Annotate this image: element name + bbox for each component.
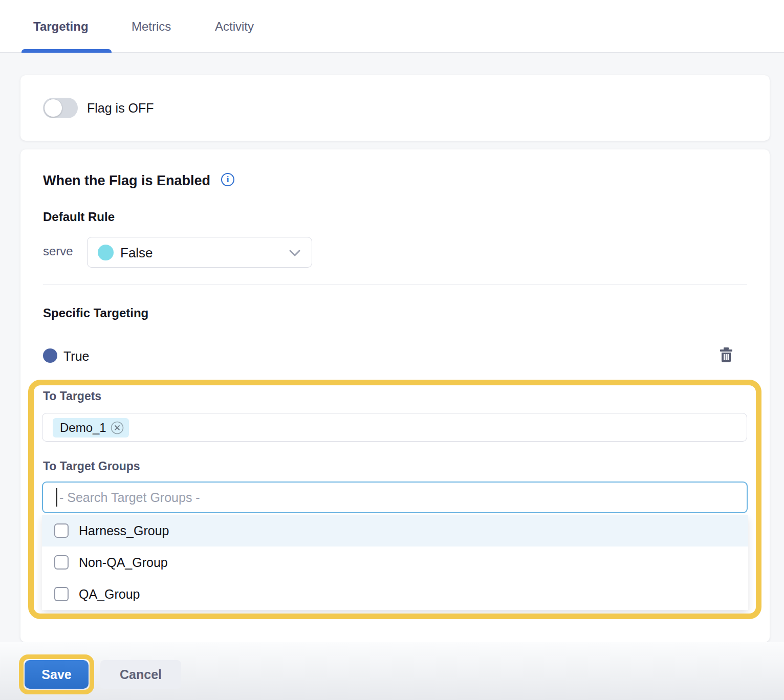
flag-toggle-knob bbox=[44, 99, 62, 117]
target-groups-search-input[interactable]: - Search Target Groups - bbox=[42, 482, 748, 513]
group-option-label: QA_Group bbox=[79, 587, 140, 602]
to-targets-label: To Targets bbox=[43, 389, 101, 403]
flag-status-label: Flag is OFF bbox=[87, 101, 154, 116]
target-chip-label: Demo_1 bbox=[60, 421, 106, 435]
group-option-qa-group[interactable]: QA_Group bbox=[42, 578, 748, 610]
enabled-section-title: When the Flag is Enabled bbox=[43, 173, 210, 189]
to-target-groups-label: To Target Groups bbox=[43, 460, 140, 473]
section-divider bbox=[43, 285, 747, 285]
search-placeholder: - Search Target Groups - bbox=[59, 490, 200, 505]
active-tab-indicator bbox=[21, 49, 112, 53]
tab-targeting[interactable]: Targeting bbox=[33, 19, 89, 34]
checkbox-icon[interactable] bbox=[54, 555, 69, 570]
tab-activity[interactable]: Activity bbox=[215, 19, 254, 34]
tab-bar: Targeting Metrics Activity bbox=[0, 0, 784, 53]
remove-target-icon[interactable] bbox=[111, 421, 124, 434]
group-option-label: Harness_Group bbox=[79, 523, 169, 538]
checkbox-icon[interactable] bbox=[54, 523, 69, 538]
group-option-label: Non-QA_Group bbox=[79, 555, 168, 570]
save-button[interactable]: Save bbox=[25, 660, 89, 689]
flag-status-card: Flag is OFF bbox=[20, 75, 770, 141]
true-variation-dot bbox=[43, 348, 57, 363]
default-rule-variation-select[interactable]: False bbox=[87, 237, 312, 268]
specific-targeting-variation: True bbox=[63, 349, 89, 364]
checkbox-icon[interactable] bbox=[54, 587, 69, 601]
targeting-rules-card: When the Flag is Enabled i Default Rule … bbox=[20, 149, 770, 642]
target-chip: Demo_1 bbox=[53, 418, 129, 438]
specific-targeting-heading: Specific Targeting bbox=[43, 306, 148, 320]
group-option-harness-group[interactable]: Harness_Group bbox=[42, 515, 748, 546]
feature-flag-targeting-page: Targeting Metrics Activity Flag is OFF W… bbox=[0, 0, 784, 700]
target-groups-dropdown: Harness_Group Non-QA_Group QA_Group bbox=[42, 515, 748, 610]
info-icon[interactable]: i bbox=[221, 173, 234, 186]
group-option-non-qa-group[interactable]: Non-QA_Group bbox=[42, 546, 748, 578]
cancel-button[interactable]: Cancel bbox=[100, 660, 181, 689]
text-cursor bbox=[56, 488, 57, 507]
flag-toggle[interactable] bbox=[43, 98, 78, 118]
false-variation-dot bbox=[98, 245, 114, 260]
targets-input[interactable]: Demo_1 bbox=[42, 413, 747, 442]
serve-label: serve bbox=[43, 244, 73, 258]
tab-metrics[interactable]: Metrics bbox=[132, 19, 171, 34]
chevron-down-icon bbox=[288, 249, 301, 260]
selected-variation-name: False bbox=[120, 245, 153, 261]
delete-rule-trash-icon[interactable] bbox=[718, 347, 735, 363]
default-rule-heading: Default Rule bbox=[43, 210, 115, 224]
